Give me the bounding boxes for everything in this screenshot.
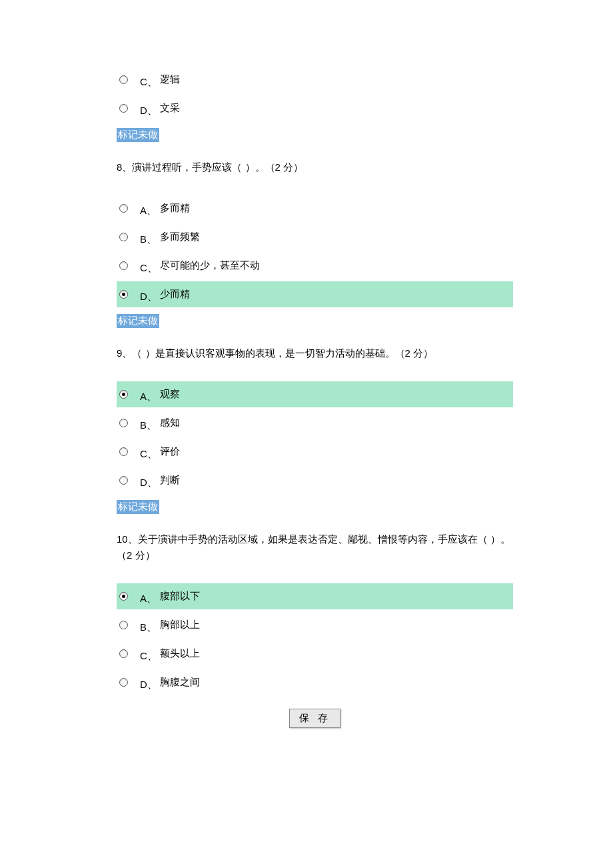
radio-icon[interactable] [119, 419, 128, 427]
option-text: 胸腹之间 [160, 676, 200, 689]
option-letter: D、 [140, 477, 160, 489]
option-letter: B、 [140, 419, 160, 432]
option-letter: C、 [140, 448, 160, 461]
option-letter: C、 [140, 76, 160, 89]
option-letter: A、 [140, 391, 160, 403]
option-text: 观察 [160, 388, 180, 401]
option-letter: C、 [140, 262, 160, 275]
option-text: 评价 [160, 445, 180, 458]
option-text: 文采 [160, 102, 180, 115]
option-c[interactable]: C、 评价 [117, 439, 513, 465]
radio-icon[interactable] [119, 621, 128, 629]
radio-icon[interactable] [119, 678, 128, 687]
radio-icon[interactable] [119, 233, 128, 241]
radio-icon[interactable] [119, 290, 128, 299]
option-c[interactable]: C、 额头以上 [117, 641, 513, 667]
mark-badge[interactable]: 标记未做 [117, 314, 159, 328]
radio-icon[interactable] [119, 476, 128, 485]
option-a[interactable]: A、 腹部以下 [117, 583, 513, 609]
option-letter: C、 [140, 650, 160, 663]
option-a[interactable]: A、 多而精 [117, 195, 513, 221]
radio-icon[interactable] [119, 649, 128, 658]
radio-icon[interactable] [119, 390, 128, 399]
save-button-wrap: 保 存 [117, 709, 513, 728]
option-text: 感知 [160, 417, 180, 429]
option-text: 胸部以上 [160, 619, 200, 631]
option-letter: A、 [140, 205, 160, 217]
option-text: 多而频繁 [160, 231, 200, 243]
option-text: 判断 [160, 474, 180, 487]
option-text: 尽可能的少，甚至不动 [160, 259, 260, 272]
mark-badge[interactable]: 标记未做 [117, 500, 159, 514]
option-d[interactable]: D、 文采 [117, 95, 513, 121]
radio-icon[interactable] [119, 447, 128, 456]
radio-icon[interactable] [119, 75, 128, 84]
question-text: 8、演讲过程听，手势应该（ ）。（2 分） [117, 159, 513, 175]
option-text: 逻辑 [160, 73, 180, 86]
radio-icon[interactable] [119, 104, 128, 113]
radio-icon[interactable] [119, 592, 128, 601]
question-9: 9、（ ）是直接认识客观事物的表现，是一切智力活动的基础。（2 分） A、 观察… [117, 345, 513, 531]
option-letter: A、 [140, 593, 160, 605]
partial-question-block: C、 逻辑 D、 文采 标记未做 [117, 67, 513, 159]
option-letter: B、 [140, 621, 160, 634]
option-letter: D、 [140, 291, 160, 303]
option-c[interactable]: C、 逻辑 [117, 67, 513, 93]
radio-icon[interactable] [119, 204, 128, 213]
question-text: 9、（ ）是直接认识客观事物的表现，是一切智力活动的基础。（2 分） [117, 345, 513, 361]
option-text: 少而精 [160, 288, 190, 301]
option-text: 额头以上 [160, 647, 200, 660]
option-a[interactable]: A、 观察 [117, 381, 513, 407]
option-d[interactable]: D、 少而精 [117, 281, 513, 307]
option-b[interactable]: B、 胸部以上 [117, 612, 513, 638]
mark-badge[interactable]: 标记未做 [117, 128, 159, 142]
question-10: 10、关于演讲中手势的活动区域，如果是表达否定、鄙视、憎恨等内容，手应该在（ ）… [117, 531, 513, 695]
save-button[interactable]: 保 存 [289, 709, 340, 728]
option-b[interactable]: B、 感知 [117, 410, 513, 436]
radio-icon[interactable] [119, 261, 128, 270]
option-b[interactable]: B、 多而频繁 [117, 224, 513, 250]
question-text: 10、关于演讲中手势的活动区域，如果是表达否定、鄙视、憎恨等内容，手应该在（ ）… [117, 531, 513, 563]
question-8: 8、演讲过程听，手势应该（ ）。（2 分） A、 多而精 B、 多而频繁 C、 … [117, 159, 513, 345]
option-letter: D、 [140, 679, 160, 691]
option-letter: D、 [140, 105, 160, 117]
option-text: 腹部以下 [160, 590, 200, 603]
option-d[interactable]: D、 判断 [117, 467, 513, 493]
option-d[interactable]: D、 胸腹之间 [117, 669, 513, 695]
option-text: 多而精 [160, 202, 190, 215]
option-c[interactable]: C、 尽可能的少，甚至不动 [117, 253, 513, 279]
option-letter: B、 [140, 233, 160, 246]
